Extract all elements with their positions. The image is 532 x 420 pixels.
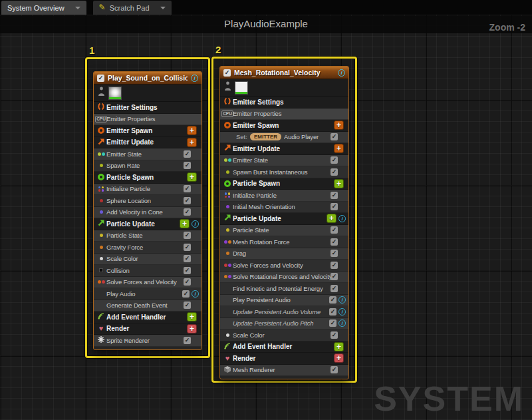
emitter-node-header[interactable]: ✓Mesh_Rotational_Velocityi: [220, 67, 348, 79]
enabled-checkbox[interactable]: ✓: [329, 319, 336, 327]
stack-group-row[interactable]: Emitter Settings: [220, 97, 348, 108]
enabled-checkbox[interactable]: ✓: [184, 185, 191, 192]
add-module-button[interactable]: +: [334, 179, 344, 188]
stack-group-row[interactable]: Emitter Update+: [94, 137, 201, 149]
module-row[interactable]: Spawn Rate✓: [94, 160, 201, 172]
stack-group-row[interactable]: Emitter Update+: [220, 143, 348, 155]
module-row[interactable]: Solve Forces and Velocity✓: [94, 277, 201, 289]
module-row[interactable]: Initial Mesh Orientation✓: [220, 202, 348, 214]
chevron-down-icon[interactable]: [75, 7, 80, 9]
module-row[interactable]: Spawn Burst Instantaneous✓: [220, 166, 348, 178]
module-row[interactable]: Particle State✓: [94, 230, 201, 242]
enabled-checkbox[interactable]: ✓: [184, 337, 191, 344]
add-module-button[interactable]: +: [334, 144, 344, 153]
chevron-down-icon[interactable]: [160, 7, 166, 9]
enabled-checkbox[interactable]: ✓: [331, 192, 338, 199]
info-icon[interactable]: i: [338, 69, 345, 77]
info-icon[interactable]: i: [192, 220, 199, 228]
info-icon[interactable]: i: [338, 215, 346, 222]
emitter-enabled-checkbox[interactable]: ✓: [97, 75, 104, 82]
isolate-person-icon[interactable]: [224, 81, 231, 94]
stack-group-row[interactable]: Emitter Spawn+: [220, 120, 348, 132]
enabled-checkbox[interactable]: ✓: [331, 226, 338, 234]
enabled-checkbox[interactable]: ✓: [184, 267, 191, 274]
module-row[interactable]: Generate Death Event✓: [94, 300, 201, 312]
enabled-checkbox[interactable]: ✓: [331, 133, 338, 140]
module-row[interactable]: Gravity Force✓: [94, 242, 201, 254]
emitter-thumbnail[interactable]: [235, 81, 248, 95]
add-module-button[interactable]: +: [187, 138, 197, 147]
module-row[interactable]: Sprite Renderer✓: [94, 335, 201, 347]
emitter-enabled-checkbox[interactable]: ✓: [223, 69, 231, 77]
enabled-checkbox[interactable]: ✓: [184, 255, 191, 262]
add-module-button[interactable]: +: [334, 353, 344, 363]
add-module-button[interactable]: +: [327, 214, 336, 223]
module-row[interactable]: Solve Forces and Velocity✓: [220, 260, 348, 272]
graph-canvas[interactable]: PlayAudioExample Zoom -2 SYSTEM 1 ✓Play_…: [0, 15, 532, 420]
module-row[interactable]: Initialize Particle✓: [220, 190, 348, 202]
enabled-checkbox[interactable]: ✓: [331, 203, 338, 210]
module-row[interactable]: Mesh Rotation Force✓: [220, 236, 348, 248]
emitter-node[interactable]: ✓Play_Sound_on_CollisioniEmitter Setting…: [93, 71, 202, 350]
enabled-checkbox[interactable]: ✓: [184, 150, 191, 158]
emitter-node[interactable]: ✓Mesh_Rotational_VelocityiEmitter Settin…: [219, 66, 349, 379]
enabled-checkbox[interactable]: ✓: [331, 156, 338, 164]
enabled-checkbox[interactable]: ✓: [184, 197, 191, 204]
stack-group-row[interactable]: Particle Update+i: [220, 213, 348, 225]
enabled-checkbox[interactable]: ✓: [184, 162, 191, 169]
add-module-button[interactable]: +: [334, 342, 344, 351]
info-icon[interactable]: i: [338, 308, 346, 315]
module-row[interactable]: Sphere Location✓: [94, 195, 201, 207]
enabled-checkbox[interactable]: ✓: [184, 302, 191, 309]
tab-system-overview[interactable]: System Overview: [1, 1, 86, 15]
module-row[interactable]: Initialize Particle✓: [94, 184, 201, 196]
stack-group-row[interactable]: Particle Spawn+: [94, 172, 201, 184]
module-row[interactable]: Scale Color✓: [94, 254, 201, 266]
module-row[interactable]: CPUEmitter Properties: [94, 114, 201, 126]
module-row[interactable]: Add Velocity in Cone✓: [94, 207, 201, 219]
module-row[interactable]: Collision✓: [94, 265, 201, 277]
module-row[interactable]: Update Persistent Audio Pitch✓i: [220, 318, 348, 330]
add-module-button[interactable]: +: [180, 219, 190, 228]
stack-group-row[interactable]: Emitter Spawn+: [94, 125, 201, 137]
info-icon[interactable]: i: [338, 296, 346, 304]
module-row[interactable]: Set:EMITTERAudio Player✓: [220, 132, 348, 144]
add-module-button[interactable]: +: [187, 172, 197, 182]
enabled-checkbox[interactable]: ✓: [331, 366, 338, 373]
enabled-checkbox[interactable]: ✓: [184, 278, 191, 286]
emitter-node-header[interactable]: ✓Play_Sound_on_Collisioni: [94, 72, 201, 85]
add-module-button[interactable]: +: [187, 126, 197, 135]
isolate-person-icon[interactable]: [98, 87, 105, 99]
enabled-checkbox[interactable]: ✓: [184, 244, 191, 251]
module-row[interactable]: CPUEmitter Properties: [220, 108, 348, 120]
enabled-checkbox[interactable]: ✓: [331, 331, 338, 339]
module-row[interactable]: Play Persistent Audio✓i: [220, 295, 348, 307]
module-row[interactable]: Play Audio✓i: [94, 288, 201, 300]
enabled-checkbox[interactable]: ✓: [329, 308, 336, 315]
stack-group-row[interactable]: Particle Update+i: [94, 218, 201, 230]
stack-group-row[interactable]: Add Event Handler+: [94, 312, 201, 323]
info-icon[interactable]: i: [191, 75, 198, 82]
module-row[interactable]: Update Persistent Audio Volume✓i: [220, 306, 348, 318]
stack-group-row[interactable]: Emitter Settings: [94, 102, 201, 114]
enabled-checkbox[interactable]: ✓: [329, 296, 336, 304]
enabled-checkbox[interactable]: ✓: [184, 208, 191, 216]
module-row[interactable]: Solve Rotational Forces and Velocity✓: [220, 272, 348, 284]
enabled-checkbox[interactable]: ✓: [331, 238, 338, 246]
stack-group-row[interactable]: Add Event Handler+: [220, 341, 348, 353]
stack-group-row[interactable]: ♥Render+: [220, 353, 348, 365]
add-module-button[interactable]: +: [187, 312, 197, 321]
enabled-checkbox[interactable]: ✓: [331, 273, 338, 280]
info-icon[interactable]: i: [192, 290, 199, 298]
enabled-checkbox[interactable]: ✓: [331, 168, 338, 176]
info-icon[interactable]: i: [338, 319, 346, 327]
module-row[interactable]: Mesh Renderer✓: [220, 365, 348, 377]
emitter-thumbnail[interactable]: [108, 87, 122, 100]
enabled-checkbox[interactable]: ✓: [331, 285, 338, 292]
module-row[interactable]: Emitter State✓: [220, 155, 348, 167]
module-row[interactable]: Emitter State✓: [94, 148, 201, 160]
enabled-checkbox[interactable]: ✓: [331, 250, 338, 257]
module-row[interactable]: Scale Color✓: [220, 329, 348, 341]
tab-scratch-pad[interactable]: ✎ Scratch Pad: [93, 1, 172, 15]
enabled-checkbox[interactable]: ✓: [331, 262, 338, 269]
